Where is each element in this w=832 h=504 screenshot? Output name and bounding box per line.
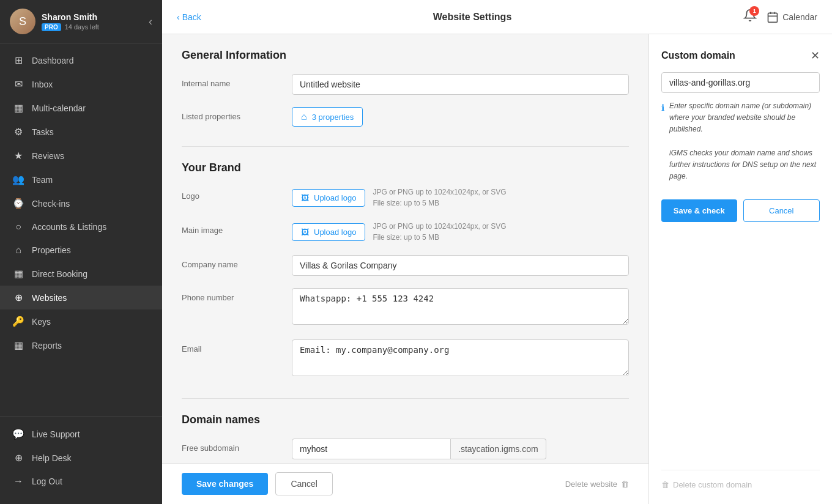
- delete-custom-domain-button[interactable]: 🗑 Delete custom domain: [661, 480, 752, 489]
- sidebar-item-team[interactable]: 👥 Team: [0, 168, 162, 191]
- main-image-row: Main image 🖼 Upload logo JPG or PNG up t…: [182, 221, 629, 243]
- topbar: ‹ Back Website Settings 1 Calendar: [162, 0, 832, 34]
- sidebar-item-reports[interactable]: ▦ Reports: [0, 333, 162, 357]
- sidebar-nav: ⊞ Dashboard ✉ Inbox ▦ Multi-calendar ⚙ T…: [0, 43, 162, 417]
- domain-hint: ℹ Enter specific domain name (or subdoma…: [661, 100, 820, 182]
- company-name-input[interactable]: [292, 255, 629, 276]
- sidebar-item-log-out[interactable]: → Log Out: [0, 470, 162, 493]
- domain-hint-text: Enter specific domain name (or subdomain…: [669, 100, 820, 182]
- content-area: General Information Internal name Listed…: [162, 34, 832, 504]
- sidebar-item-accounts-listings[interactable]: ○ Accounts & Listings: [0, 215, 162, 239]
- main-image-field: 🖼 Upload logo JPG or PNG up to 1024x1024…: [292, 221, 629, 243]
- websites-icon: ⊕: [12, 292, 24, 303]
- sidebar-item-label: Live Support: [32, 429, 80, 439]
- logo-field: 🖼 Upload logo JPG or PNG up to 1024x1024…: [292, 187, 629, 209]
- internal-name-row: Internal name: [182, 74, 629, 95]
- custom-domain-input[interactable]: [661, 72, 820, 93]
- close-icon[interactable]: ✕: [811, 49, 820, 62]
- back-chevron-icon: ‹: [177, 12, 180, 22]
- sidebar: S Sharon Smith PRO 14 days left ‹ ⊞ Dash…: [0, 0, 162, 504]
- sidebar-item-live-support[interactable]: 💬 Live Support: [0, 422, 162, 446]
- notifications-button[interactable]: 1: [743, 9, 757, 25]
- main-area: ‹ Back Website Settings 1 Calendar: [162, 0, 832, 504]
- keys-icon: 🔑: [12, 316, 24, 327]
- sidebar-item-label: Reviews: [32, 151, 64, 161]
- sidebar-item-keys[interactable]: 🔑 Keys: [0, 309, 162, 333]
- internal-name-label: Internal name: [182, 74, 280, 88]
- phone-field: Whatspapp: +1 555 123 4242: [292, 288, 629, 327]
- sidebar-item-label: Help Desk: [32, 453, 72, 463]
- listed-properties-button[interactable]: ⌂ 3 properties: [292, 107, 363, 127]
- subdomain-suffix: .staycation.igms.com: [451, 439, 546, 459]
- logo-upload-field: 🖼 Upload logo JPG or PNG up to 1024x1024…: [292, 187, 629, 209]
- reports-icon: ▦: [12, 339, 24, 351]
- phone-label: Phone number: [182, 288, 280, 302]
- domain-names-title: Domain names: [182, 413, 629, 426]
- properties-icon: ⌂: [12, 245, 24, 256]
- form-panel: General Information Internal name Listed…: [162, 34, 648, 504]
- main-image-label: Main image: [182, 221, 280, 235]
- days-left: 14 days left: [65, 23, 99, 31]
- cancel-button[interactable]: Cancel: [275, 472, 333, 495]
- sidebar-item-direct-booking[interactable]: ▦ Direct Booking: [0, 262, 162, 286]
- phone-input[interactable]: Whatspapp: +1 555 123 4242: [292, 288, 629, 325]
- sidebar-item-label: Websites: [32, 293, 67, 303]
- sidebar-item-checkins[interactable]: ⌚ Check-ins: [0, 191, 162, 215]
- upload-main-icon: 🖼: [301, 228, 309, 237]
- save-changes-button[interactable]: Save changes: [182, 473, 268, 495]
- sidebar-item-multi-calendar[interactable]: ▦ Multi-calendar: [0, 96, 162, 120]
- tasks-icon: ⚙: [12, 126, 24, 138]
- sidebar-item-label: Properties: [32, 245, 71, 255]
- back-label: Back: [182, 12, 201, 22]
- listed-properties-field: ⌂ 3 properties: [292, 107, 629, 127]
- sidebar-bottom: 💬 Live Support ⊕ Help Desk → Log Out: [0, 417, 162, 498]
- calendar-button[interactable]: Calendar: [767, 11, 817, 23]
- sidebar-toggle-icon[interactable]: ‹: [149, 15, 152, 28]
- subdomain-row: .staycation.igms.com: [292, 439, 629, 459]
- main-image-upload-field: 🖼 Upload logo JPG or PNG up to 1024x1024…: [292, 221, 629, 243]
- panel-actions: Save & check Cancel: [661, 199, 820, 222]
- avatar: S: [10, 9, 35, 34]
- sidebar-item-websites[interactable]: ⊕ Websites: [0, 286, 162, 309]
- accounts-icon: ○: [12, 221, 24, 232]
- subdomain-field: .staycation.igms.com: [292, 439, 629, 459]
- main-image-hint: JPG or PNG up to 1024x1024px, or SVGFile…: [373, 221, 506, 243]
- upload-logo-button[interactable]: 🖼 Upload logo: [292, 189, 365, 207]
- upload-icon: 🖼: [301, 193, 309, 202]
- sidebar-item-help-desk[interactable]: ⊕ Help Desk: [0, 446, 162, 470]
- multi-calendar-icon: ▦: [12, 102, 24, 114]
- logo-hint: JPG or PNG up to 1024x1024px, or SVGFile…: [373, 187, 506, 209]
- your-brand-section: Your Brand Logo 🖼 Upload logo JPG or PNG…: [182, 161, 629, 379]
- upload-main-label: Upload logo: [314, 228, 356, 237]
- sidebar-item-label: Tasks: [32, 127, 54, 137]
- log-out-icon: →: [12, 476, 24, 487]
- sidebar-item-dashboard[interactable]: ⊞ Dashboard: [0, 48, 162, 72]
- company-name-row: Company name: [182, 255, 629, 276]
- internal-name-input[interactable]: [292, 74, 629, 95]
- sidebar-header: S Sharon Smith PRO 14 days left ‹: [0, 0, 162, 43]
- email-input[interactable]: Email: my.company@company.org: [292, 339, 629, 376]
- inbox-icon: ✉: [12, 78, 24, 90]
- properties-count: 3 properties: [312, 113, 354, 122]
- user-info: Sharon Smith PRO 14 days left: [42, 12, 99, 31]
- sidebar-item-properties[interactable]: ⌂ Properties: [0, 239, 162, 262]
- topbar-right: 1 Calendar: [743, 9, 817, 25]
- delete-domain-trash-icon: 🗑: [661, 480, 669, 489]
- bottom-actions: Save changes Cancel Delete website 🗑: [162, 463, 648, 504]
- upload-main-image-button[interactable]: 🖼 Upload logo: [292, 223, 365, 241]
- save-check-button[interactable]: Save & check: [661, 199, 737, 222]
- user-profile[interactable]: S Sharon Smith PRO 14 days left: [10, 9, 99, 34]
- sidebar-item-label: Team: [32, 175, 53, 185]
- panel-cancel-button[interactable]: Cancel: [743, 199, 820, 222]
- back-button[interactable]: ‹ Back: [177, 12, 201, 22]
- sidebar-item-label: Direct Booking: [32, 269, 87, 279]
- sidebar-item-reviews[interactable]: ★ Reviews: [0, 144, 162, 168]
- general-information-title: General Information: [182, 49, 629, 62]
- subdomain-input[interactable]: [292, 439, 451, 459]
- free-subdomain-row: Free subdomain .staycation.igms.com: [182, 439, 629, 459]
- team-icon: 👥: [12, 174, 24, 185]
- your-brand-title: Your Brand: [182, 161, 629, 174]
- sidebar-item-tasks[interactable]: ⚙ Tasks: [0, 120, 162, 144]
- delete-website-button[interactable]: Delete website 🗑: [565, 480, 629, 489]
- sidebar-item-inbox[interactable]: ✉ Inbox: [0, 72, 162, 96]
